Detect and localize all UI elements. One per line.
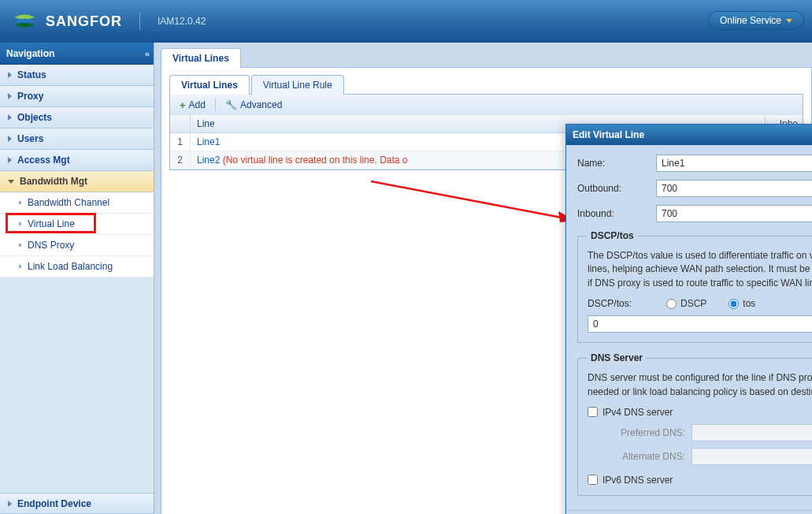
- dscp-value-input[interactable]: [588, 315, 812, 333]
- tab-virtual-lines[interactable]: Virtual Lines: [169, 75, 250, 95]
- inner-tabstrip: Virtual Lines Virtual Line Rule: [169, 74, 803, 95]
- brand-block: SANGFOR IAM12.0.42: [11, 8, 206, 35]
- edit-virtual-line-dialog: Edit Virtual Line ✕ Name: Outbound: Mbps…: [565, 124, 812, 514]
- sub-item-dns-proxy[interactable]: DNS Proxy: [0, 235, 154, 256]
- sub-item-virtual-line[interactable]: Virtual Line: [0, 214, 154, 235]
- outer-tab-virtual-lines[interactable]: Virtual Lines: [161, 48, 241, 68]
- nav-item-endpoint-device[interactable]: Endpoint Device: [0, 493, 154, 514]
- plus-icon: +: [180, 99, 186, 111]
- online-service-button[interactable]: Online Service: [708, 11, 804, 30]
- preferred-dns-label: Preferred DNS:: [605, 427, 691, 438]
- navigation-header: Navigation «: [0, 43, 154, 65]
- ipv4-dns-checkbox[interactable]: IPv4 DNS server: [588, 407, 812, 418]
- brand-divider: [139, 13, 140, 30]
- main-area: Virtual Lines Virtual Lines Virtual Line…: [154, 43, 812, 514]
- app-banner: SANGFOR IAM12.0.42 Online Service: [0, 0, 812, 43]
- navigation-sidebar: Navigation « Status Proxy Objects Users …: [0, 43, 154, 514]
- brand-text: SANGFOR: [46, 13, 122, 30]
- dscp-legend: DSCP/tos: [588, 230, 637, 241]
- online-service-label: Online Service: [720, 15, 781, 26]
- dscp-radio[interactable]: DSCP: [666, 298, 706, 309]
- dns-description: DNS server must be configured for the li…: [588, 371, 812, 399]
- name-input[interactable]: [656, 155, 812, 172]
- dns-server-fieldset: DNS Server DNS server must be configured…: [577, 352, 812, 496]
- outbound-input[interactable]: [656, 180, 812, 197]
- preferred-dns-input[interactable]: [691, 424, 812, 441]
- alternate-dns-input[interactable]: [691, 448, 812, 465]
- tab-virtual-line-rule[interactable]: Virtual Line Rule: [251, 75, 344, 95]
- grid-toolbar: +Add 🔧Advanced: [169, 95, 803, 115]
- wrench-icon: 🔧: [225, 99, 237, 110]
- dialog-titlebar[interactable]: Edit Virtual Line ✕: [566, 125, 812, 145]
- nav-item-users[interactable]: Users: [0, 128, 154, 150]
- inbound-label: Inbound:: [577, 208, 656, 219]
- dscp-field-label: DSCP/tos:: [588, 298, 666, 309]
- version-text: IAM12.0.42: [158, 16, 206, 27]
- dialog-footer: Commit Cancel: [566, 510, 812, 514]
- nav-item-proxy[interactable]: Proxy: [0, 86, 154, 107]
- chevron-down-icon: [786, 19, 792, 23]
- sangfor-logo-icon: [11, 8, 38, 35]
- ipv6-dns-checkbox[interactable]: IPv6 DNS server: [588, 475, 812, 486]
- nav-item-bandwidth-mgt[interactable]: Bandwidth Mgt: [0, 171, 154, 192]
- nav-item-objects[interactable]: Objects: [0, 107, 154, 128]
- sub-item-link-load-balancing[interactable]: Link Load Balancing: [0, 256, 154, 277]
- nav-item-access-mgt[interactable]: Access Mgt: [0, 150, 154, 171]
- inbound-input[interactable]: [656, 205, 812, 222]
- row-number: 1: [170, 133, 191, 151]
- dialog-title: Edit Virtual Line: [573, 129, 644, 140]
- outbound-label: Outbound:: [577, 183, 656, 194]
- sub-item-bandwidth-channel[interactable]: Bandwidth Channel: [0, 192, 154, 214]
- advanced-button[interactable]: 🔧Advanced: [221, 98, 287, 112]
- row-number: 2: [170, 151, 191, 169]
- collapse-icon[interactable]: «: [145, 49, 147, 58]
- add-button[interactable]: +Add: [175, 98, 210, 113]
- navigation-title: Navigation: [6, 48, 54, 59]
- dns-legend: DNS Server: [588, 352, 646, 363]
- dscp-description: The DSCP/tos value is used to differenti…: [588, 249, 812, 290]
- tos-radio[interactable]: tos: [729, 298, 755, 309]
- name-label: Name:: [577, 158, 656, 169]
- nav-item-status[interactable]: Status: [0, 65, 154, 86]
- alternate-dns-label: Alternate DNS:: [605, 451, 691, 462]
- dscp-tos-fieldset: DSCP/tos The DSCP/tos value is used to d…: [577, 230, 812, 343]
